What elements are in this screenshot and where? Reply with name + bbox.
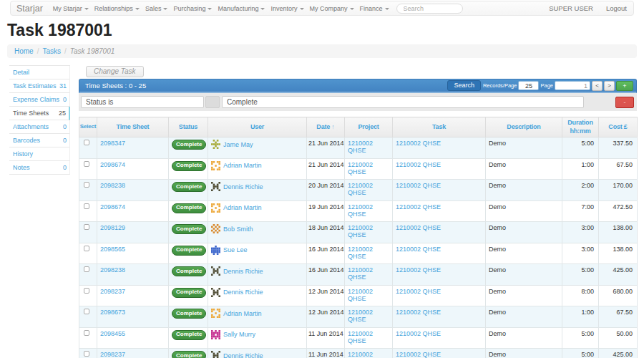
nav-menu-relationships[interactable]: Relationships [92,1,142,15]
sidebar-item-history[interactable]: History [9,147,70,161]
row-checkbox[interactable] [84,246,89,251]
project-link[interactable]: 1210002 QHSE [348,351,373,358]
row-checkbox[interactable] [84,309,89,314]
nav-menu-finance[interactable]: Finance [357,1,392,15]
user-link[interactable]: Dennis Richie [223,289,263,296]
row-checkbox[interactable] [84,288,89,294]
row-checkbox[interactable] [84,351,89,357]
sidebar-item-detail[interactable]: Detail [9,66,70,79]
current-user-label[interactable]: SUPER USER [542,1,600,15]
user-link[interactable]: Sally Murry [223,331,255,338]
sidebar-item-time-sheets[interactable]: Time Sheets25 [9,107,70,120]
task-link[interactable]: 1210002 QHSE [396,266,441,274]
logout-link[interactable]: Logout [600,1,633,15]
timesheet-link[interactable]: 2098674 [100,203,125,211]
col-header-task[interactable]: Task [393,117,486,137]
task-link[interactable]: 1210002 QHSE [396,182,441,189]
nav-menu-purchasing[interactable]: Purchasing [170,1,215,15]
row-checkbox[interactable] [84,224,89,230]
project-link[interactable]: 1210002 QHSE [348,266,373,281]
task-link[interactable]: 1210002 QHSE [396,203,441,211]
breadcrumb-home[interactable]: Home [14,47,34,55]
row-checkbox[interactable] [84,330,89,336]
nav-menu-my-starjar[interactable]: My Starjar [50,1,92,15]
status-badge: Complete [172,288,206,298]
timesheet-link[interactable]: 2098237 [100,351,125,358]
prev-page-button[interactable]: < [592,81,602,91]
sidebar-item-barcodes[interactable]: Barcodes0 [9,134,70,147]
sidebar-item-task-estimates[interactable]: Task Estimates31 [9,79,70,93]
row-checkbox[interactable] [84,182,89,188]
project-link[interactable]: 1210002 QHSE [348,330,373,344]
col-header-description[interactable]: Description [486,117,562,137]
row-checkbox[interactable] [84,161,89,167]
task-link[interactable]: 1210002 QHSE [396,288,441,295]
project-link[interactable]: 1210002 QHSE [348,182,373,196]
col-header-time-sheet[interactable]: Time Sheet [97,117,169,137]
project-link[interactable]: 1210002 QHSE [348,246,373,260]
brand-logo[interactable]: Starjar [11,4,50,14]
user-link[interactable]: Sue Lee [223,246,248,253]
user-link[interactable]: Adrian Martin [223,310,262,317]
timesheet-link[interactable]: 2098455 [100,330,125,337]
col-header-duration[interactable]: Durationhh:mm [562,117,599,137]
row-checkbox[interactable] [84,140,89,145]
timesheet-link[interactable]: 2098673 [100,309,125,316]
user-link[interactable]: Dennis Richie [223,268,263,275]
sidebar-item-attachments[interactable]: Attachments0 [9,120,70,134]
project-link[interactable]: 1210002 QHSE [348,203,373,218]
nav-menu-inventory[interactable]: Inventory [268,1,306,15]
search-button[interactable]: Search [447,80,481,91]
timesheet-link[interactable]: 2098129 [100,224,125,231]
change-task-button[interactable]: Change Task [86,66,144,77]
filter-operator-stub[interactable] [205,96,220,108]
user-link[interactable]: Bob Smith [223,226,253,233]
project-link[interactable]: 1210002 QHSE [348,309,373,323]
filter-value-input[interactable] [222,96,584,108]
row-checkbox[interactable] [84,203,89,209]
task-link[interactable]: 1210002 QHSE [396,351,441,358]
col-header-cost[interactable]: Cost £ [599,117,638,137]
task-link[interactable]: 1210002 QHSE [396,309,441,316]
col-header-user[interactable]: User [208,117,307,137]
row-checkbox[interactable] [84,266,89,272]
task-link[interactable]: 1210002 QHSE [396,140,441,147]
project-link[interactable]: 1210002 QHSE [348,140,373,154]
timesheet-link[interactable]: 2098674 [100,161,125,168]
sidebar-item-expense-claims[interactable]: Expense Claims0 [9,93,70,107]
remove-filter-button[interactable]: - [615,97,634,108]
col-header-status[interactable]: Status [169,117,208,137]
timesheet-link[interactable]: 2098238 [100,182,125,189]
task-link[interactable]: 1210002 QHSE [396,161,441,168]
nav-menu-my-company[interactable]: My Company [307,1,357,15]
col-header-date[interactable]: Date ↑ [307,117,345,137]
user-link[interactable]: Jame May [223,141,253,148]
user-link[interactable]: Dennis Richie [223,352,263,358]
add-timesheet-button[interactable]: + [616,81,633,91]
caret-down-icon [260,8,265,10]
global-search-input[interactable] [396,4,463,14]
task-link[interactable]: 1210002 QHSE [396,246,441,253]
user-link[interactable]: Dennis Richie [223,183,263,190]
page-input[interactable] [555,81,590,90]
timesheet-link[interactable]: 2098237 [100,288,125,295]
nav-menu-sales[interactable]: Sales [142,1,171,15]
user-link[interactable]: Adrian Martin [223,162,262,169]
timesheet-link[interactable]: 2098238 [100,266,125,274]
nav-menu-manufacturing[interactable]: Manufacturing [215,1,268,15]
task-link[interactable]: 1210002 QHSE [396,224,441,231]
timesheet-link[interactable]: 2098565 [100,246,125,253]
col-header-project[interactable]: Project [345,117,393,137]
project-link[interactable]: 1210002 QHSE [348,224,373,238]
project-link[interactable]: 1210002 QHSE [348,161,373,175]
records-per-page-input[interactable] [518,81,539,90]
timesheet-link[interactable]: 2098347 [100,140,125,147]
col-header-select[interactable]: Select [79,117,97,137]
sidebar-item-notes[interactable]: Notes0 [9,161,70,175]
project-link[interactable]: 1210002 QHSE [348,288,373,302]
user-link[interactable]: Adrian Martin [223,204,262,211]
task-link[interactable]: 1210002 QHSE [396,330,441,337]
breadcrumb-tasks[interactable]: Tasks [42,47,61,55]
next-page-button[interactable]: > [604,81,615,91]
filter-field-input[interactable] [81,96,204,108]
